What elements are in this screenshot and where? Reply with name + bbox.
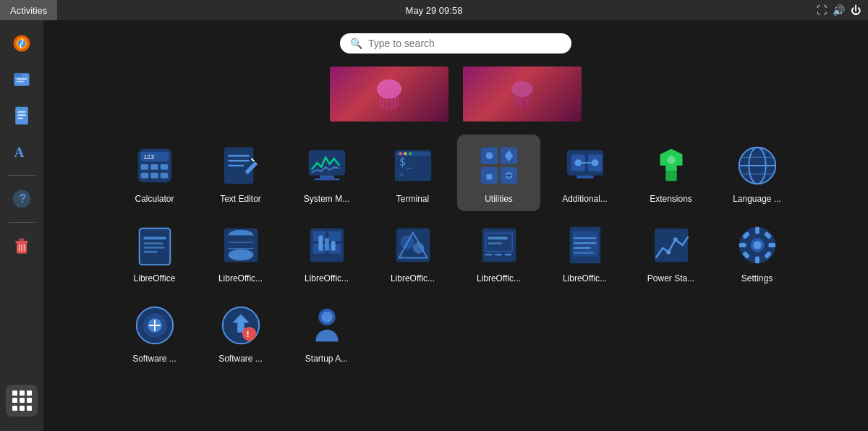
svg-point-78	[228, 249, 253, 261]
svg-rect-39	[314, 178, 339, 180]
terminal-icon: $_ >	[391, 143, 435, 188]
firefox-icon[interactable]	[6, 27, 38, 59]
svg-text:A: A	[14, 145, 25, 160]
svg-rect-87	[331, 242, 335, 252]
app-libreoffice-base[interactable]: LibreOffic...	[199, 214, 282, 291]
apps-grid-button[interactable]	[6, 385, 38, 417]
svg-point-109	[666, 250, 671, 255]
app-calculator[interactable]: 123 Calculator	[113, 135, 196, 211]
app-software-update[interactable]: ! Software ...	[199, 294, 282, 371]
svg-rect-6	[17, 81, 25, 82]
workspace-1[interactable]	[328, 65, 450, 123]
svg-point-60	[591, 159, 598, 166]
svg-rect-63	[665, 171, 677, 182]
app-settings[interactable]: Settings	[715, 214, 799, 291]
app-libreoffice-draw[interactable]: LibreOffic...	[371, 214, 454, 291]
svg-rect-97	[495, 254, 502, 256]
app-utilities[interactable]: Utilities	[457, 135, 540, 211]
text-editor-icon	[218, 143, 263, 188]
svg-rect-100	[488, 243, 501, 245]
svg-text:$_: $_	[399, 155, 412, 168]
document-icon[interactable]	[6, 100, 38, 132]
svg-text:?: ?	[20, 192, 27, 205]
app-libreoffice-writer[interactable]: LibreOffic...	[543, 214, 626, 291]
font-icon[interactable]: A	[6, 136, 38, 168]
svg-point-64	[667, 155, 676, 164]
svg-point-45	[404, 153, 407, 155]
libreoffice-calc-label: LibreOffic...	[305, 273, 349, 283]
app-power-stats[interactable]: Power Sta...	[629, 214, 712, 291]
svg-rect-98	[504, 254, 511, 256]
software-center-label: Software ...	[132, 354, 176, 364]
additional-drivers-label: Additional...	[562, 194, 608, 204]
screen-share-icon[interactable]: ⛶	[817, 4, 827, 16]
app-startup-apps[interactable]: Startup A...	[285, 294, 368, 371]
svg-text:>: >	[399, 170, 403, 179]
libreoffice-writer-label: LibreOffic...	[563, 273, 607, 283]
power-stats-icon	[649, 223, 694, 268]
system-monitor-icon	[305, 143, 349, 188]
svg-rect-16	[20, 239, 25, 242]
libreoffice-base-icon	[218, 223, 263, 268]
svg-rect-72	[143, 243, 163, 245]
svg-rect-88	[325, 239, 329, 251]
libreoffice-base-label: LibreOffic...	[218, 273, 263, 283]
app-software-center[interactable]: Software ...	[113, 294, 196, 371]
workspace-previews	[328, 65, 583, 123]
settings-label: Settings	[741, 273, 773, 283]
search-bar[interactable]: 🔍	[340, 33, 571, 54]
power-stats-label: Power Sta...	[647, 273, 694, 283]
sidebar-divider	[9, 175, 35, 176]
svg-point-46	[409, 153, 412, 155]
libreoffice-label: LibreOffice	[134, 273, 176, 283]
svg-text:!: !	[246, 329, 249, 338]
app-additional-drivers[interactable]: Additional...	[543, 135, 626, 211]
svg-rect-5	[17, 78, 27, 80]
libreoffice-draw-label: LibreOffic...	[391, 273, 435, 283]
svg-text:123: 123	[143, 153, 154, 161]
svg-rect-114	[755, 257, 760, 264]
clock: May 29 09:58	[406, 5, 463, 16]
app-libreoffice[interactable]: LibreOffice	[113, 214, 196, 291]
app-libreoffice-impress[interactable]: LibreOffic...	[457, 214, 540, 291]
app-system-monitor[interactable]: System M...	[285, 135, 368, 211]
utilities-icon	[477, 143, 522, 188]
svg-point-44	[399, 153, 401, 155]
workspace-2[interactable]	[461, 65, 583, 123]
svg-rect-113	[755, 227, 760, 234]
app-language[interactable]: Language ...	[715, 135, 799, 211]
trash-icon[interactable]	[6, 230, 38, 262]
startup-apps-icon	[305, 303, 349, 348]
svg-rect-62	[576, 176, 593, 179]
startup-apps-label: Startup A...	[305, 354, 348, 364]
search-input[interactable]	[368, 38, 561, 49]
svg-rect-99	[488, 237, 507, 240]
software-center-icon	[132, 303, 177, 348]
app-terminal[interactable]: $_ > Terminal	[371, 135, 454, 211]
svg-rect-29	[150, 173, 158, 179]
calculator-icon: 123	[132, 143, 177, 188]
svg-rect-74	[143, 251, 157, 253]
libreoffice-calc-icon	[305, 223, 349, 268]
utilities-label: Utilities	[485, 194, 513, 204]
power-icon[interactable]: ⏻	[851, 4, 861, 16]
svg-rect-27	[160, 164, 168, 170]
volume-icon[interactable]: 🔊	[833, 4, 845, 16]
extensions-label: Extensions	[650, 194, 692, 204]
app-grid: 123 Calculator Text Editor	[113, 135, 799, 385]
svg-point-59	[574, 159, 582, 166]
svg-rect-73	[143, 247, 164, 249]
app-extensions[interactable]: Extensions	[629, 135, 712, 211]
language-icon	[735, 143, 780, 188]
system-monitor-label: System M...	[304, 194, 349, 204]
app-libreoffice-calc[interactable]: LibreOffic...	[285, 214, 368, 291]
terminal-label: Terminal	[396, 194, 429, 204]
app-text-editor[interactable]: Text Editor	[199, 135, 282, 211]
svg-rect-25	[140, 164, 148, 170]
help-icon[interactable]: ?	[6, 183, 38, 215]
system-tray: ⛶ 🔊 ⏻	[817, 4, 868, 16]
activities-button[interactable]: Activities	[0, 0, 57, 20]
files-icon[interactable]	[6, 64, 38, 95]
software-update-icon: !	[218, 303, 263, 348]
additional-drivers-icon	[563, 143, 608, 188]
